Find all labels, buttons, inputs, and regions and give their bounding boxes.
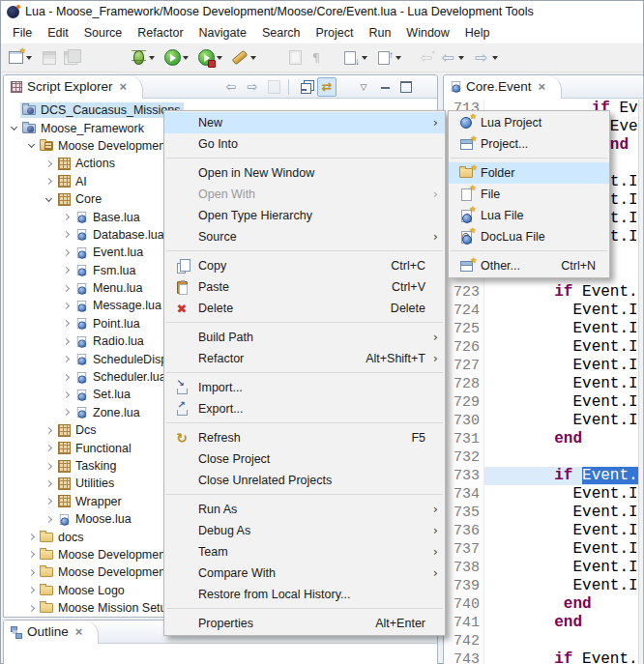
context-menu-item-run-as[interactable]: Run As› bbox=[164, 499, 445, 520]
dropdown-caret-icon[interactable] bbox=[217, 56, 222, 60]
tree-chevron-icon[interactable] bbox=[59, 339, 73, 344]
dropdown-caret-icon[interactable] bbox=[458, 56, 464, 60]
context-menu-item-open-type-hierarchy[interactable]: Open Type Hierarchy bbox=[164, 205, 445, 226]
dropdown-caret-icon[interactable] bbox=[183, 56, 189, 60]
context-menu-item-export[interactable]: ↗Export... bbox=[164, 398, 445, 419]
context-menu-item-build-path[interactable]: Build Path› bbox=[164, 327, 445, 348]
previous-annotation-icon[interactable] bbox=[374, 47, 395, 69]
tree-chevron-icon[interactable] bbox=[59, 303, 73, 308]
new-wizard-icon[interactable] bbox=[5, 47, 26, 69]
dropdown-caret-icon[interactable] bbox=[250, 56, 256, 60]
tree-chevron-icon[interactable] bbox=[24, 534, 38, 539]
mark-occurrences-icon[interactable] bbox=[284, 47, 306, 69]
minimize-icon[interactable] bbox=[375, 77, 395, 97]
menubar-item-project[interactable]: Project bbox=[308, 24, 362, 42]
save-icon[interactable] bbox=[39, 47, 60, 69]
maximize-icon[interactable] bbox=[396, 77, 416, 97]
tree-chevron-icon[interactable] bbox=[59, 375, 73, 380]
run-icon[interactable] bbox=[161, 47, 183, 69]
tab-outline[interactable]: Outline × bbox=[4, 621, 99, 644]
save-all-icon[interactable] bbox=[60, 47, 81, 69]
overview-ruler[interactable] bbox=[638, 100, 643, 664]
up-icon[interactable] bbox=[264, 77, 283, 97]
context-menu-item-go-into[interactable]: Go Into bbox=[164, 133, 445, 155]
forward-icon[interactable] bbox=[471, 47, 492, 69]
collapse-all-icon[interactable] bbox=[296, 77, 315, 97]
context-menu-item-close-project[interactable]: Close Project bbox=[164, 448, 445, 470]
tree-chevron-icon[interactable] bbox=[59, 250, 73, 255]
tree-chevron-icon[interactable] bbox=[42, 428, 55, 433]
tree-chevron-icon[interactable] bbox=[42, 499, 55, 504]
tab-core-event[interactable]: Core.Event × bbox=[444, 75, 562, 99]
context-menu-item-restore-from-local-history[interactable]: Restore from Local History... bbox=[164, 584, 445, 605]
tree-chevron-icon[interactable] bbox=[59, 268, 73, 273]
menubar-item-window[interactable]: Window bbox=[398, 24, 456, 42]
context-menu-item-refactor[interactable]: RefactorAlt+Shift+T› bbox=[164, 348, 445, 369]
new-submenu-item-project[interactable]: ★Project... bbox=[449, 133, 609, 155]
dropdown-caret-icon[interactable] bbox=[395, 56, 401, 60]
new-submenu-item-other[interactable]: ★Other...Ctrl+N bbox=[449, 255, 609, 276]
new-submenu-item-folder[interactable]: ★Folder bbox=[449, 162, 609, 184]
tree-chevron-icon[interactable] bbox=[59, 232, 73, 237]
new-submenu-item-lua-file[interactable]: ★Lua File bbox=[449, 205, 609, 226]
tree-chevron-icon[interactable] bbox=[24, 588, 38, 592]
run-external-icon[interactable] bbox=[195, 47, 217, 69]
tree-chevron-icon[interactable] bbox=[24, 144, 38, 147]
tree-chevron-icon[interactable] bbox=[24, 570, 38, 575]
debug-icon[interactable] bbox=[128, 47, 149, 69]
next-annotation-icon[interactable] bbox=[340, 47, 362, 69]
tab-script-explorer[interactable]: Script Explorer × bbox=[4, 75, 143, 99]
dropdown-caret-icon[interactable] bbox=[26, 56, 32, 60]
menubar-item-edit[interactable]: Edit bbox=[40, 24, 76, 42]
tree-chevron-icon[interactable] bbox=[24, 552, 38, 557]
context-menu-item-delete[interactable]: ✖DeleteDelete bbox=[164, 298, 445, 319]
context-menu-item-new[interactable]: New› bbox=[164, 112, 445, 133]
context-menu-item-refresh[interactable]: ↻RefreshF5 bbox=[164, 427, 445, 448]
dropdown-caret-icon[interactable] bbox=[149, 56, 155, 60]
menubar-item-source[interactable]: Source bbox=[76, 24, 131, 42]
dropdown-caret-icon[interactable] bbox=[492, 56, 498, 60]
menubar-item-help[interactable]: Help bbox=[457, 24, 498, 42]
menubar-item-search[interactable]: Search bbox=[254, 24, 308, 42]
tree-chevron-icon[interactable] bbox=[42, 517, 55, 522]
link-with-editor-icon[interactable] bbox=[317, 77, 337, 97]
dropdown-caret-icon[interactable] bbox=[362, 56, 367, 60]
new-submenu-item-lua-project[interactable]: ★Lua Project bbox=[449, 112, 609, 133]
new-submenu-item-doclua-file[interactable]: ★DocLua File bbox=[449, 226, 609, 247]
context-menu-item-import[interactable]: ↘Import... bbox=[164, 377, 445, 398]
view-menu-icon[interactable] bbox=[354, 77, 373, 97]
menubar-item-refactor[interactable]: Refactor bbox=[130, 24, 190, 42]
tree-chevron-icon[interactable] bbox=[59, 392, 73, 397]
tree-chevron-icon[interactable] bbox=[42, 446, 55, 450]
tree-chevron-icon[interactable] bbox=[24, 606, 38, 611]
context-menu-item-open-with[interactable]: Open With› bbox=[164, 184, 445, 205]
context-menu-item-debug-as[interactable]: Debug As› bbox=[164, 520, 445, 541]
context-menu-item-paste[interactable]: PasteCtrl+V bbox=[164, 276, 445, 298]
show-whitespace-icon[interactable] bbox=[306, 47, 327, 69]
tree-chevron-icon[interactable] bbox=[42, 198, 55, 201]
menubar-item-run[interactable]: Run bbox=[361, 24, 398, 42]
close-icon[interactable]: × bbox=[539, 80, 546, 93]
close-icon[interactable]: × bbox=[75, 625, 83, 638]
tree-chevron-icon[interactable] bbox=[42, 179, 55, 184]
tree-chevron-icon[interactable] bbox=[59, 410, 73, 415]
menubar-item-file[interactable]: File bbox=[5, 24, 40, 42]
menubar-item-navigate[interactable]: Navigate bbox=[191, 24, 254, 42]
context-menu-item-open-in-new-window[interactable]: Open in New Window bbox=[164, 162, 445, 184]
context-menu-item-source[interactable]: Source› bbox=[164, 226, 445, 247]
context-menu-item-properties[interactable]: PropertiesAlt+Enter bbox=[164, 613, 445, 634]
close-icon[interactable]: × bbox=[120, 80, 128, 93]
back-icon[interactable] bbox=[221, 77, 241, 97]
new-submenu-item-file[interactable]: ★File bbox=[449, 184, 609, 205]
tree-chevron-icon[interactable] bbox=[59, 357, 73, 361]
context-menu-item-team[interactable]: Team› bbox=[164, 541, 445, 563]
tree-chevron-icon[interactable] bbox=[59, 321, 73, 326]
context-menu-item-compare-with[interactable]: Compare With› bbox=[164, 563, 445, 584]
tree-chevron-icon[interactable] bbox=[42, 464, 55, 469]
back-icon[interactable] bbox=[437, 47, 458, 69]
context-menu-item-copy[interactable]: CopyCtrl+C bbox=[164, 255, 445, 276]
tree-chevron-icon[interactable] bbox=[59, 215, 73, 219]
highlighter-icon[interactable] bbox=[229, 47, 250, 69]
tree-chevron-icon[interactable] bbox=[7, 127, 20, 130]
tree-chevron-icon[interactable] bbox=[59, 286, 73, 291]
